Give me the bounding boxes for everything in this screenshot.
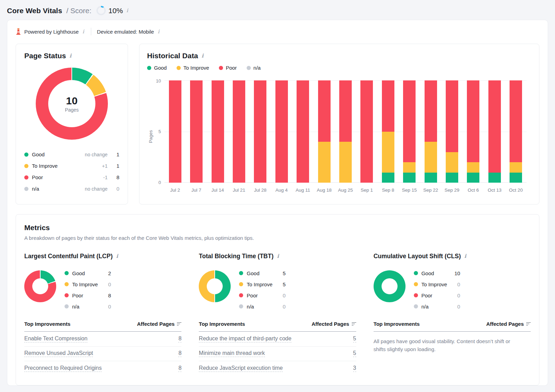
affected-pages-link[interactable]: 5 — [353, 350, 356, 357]
bar-segment-to-improve[interactable] — [339, 142, 352, 183]
bar-segment-poor[interactable] — [339, 80, 352, 142]
bar-segment-to-improve[interactable] — [446, 152, 458, 173]
bar-segment-poor[interactable] — [169, 80, 181, 183]
column-header-affected-pages[interactable]: Affected Pages — [486, 321, 531, 327]
sort-icon[interactable] — [352, 322, 356, 326]
legend-value: 5 — [277, 281, 285, 287]
legend-item-good[interactable]: Good — [147, 65, 167, 71]
bar-aug-18[interactable] — [318, 80, 331, 183]
bar-segment-poor[interactable] — [297, 80, 309, 183]
bar-sep-15[interactable] — [403, 80, 416, 183]
x-axis-label: Aug 4 — [271, 188, 292, 193]
bar-segment-poor[interactable] — [212, 80, 224, 183]
legend-item-to-improve[interactable]: To Improve — [177, 65, 209, 71]
bar-oct-6[interactable] — [467, 80, 479, 183]
bar-segment-to-improve[interactable] — [510, 162, 522, 173]
x-axis-label: Oct 20 — [505, 188, 527, 193]
bar-segment-poor[interactable] — [467, 80, 479, 162]
bar-aug-11[interactable] — [297, 80, 309, 183]
info-icon[interactable]: i — [157, 29, 160, 34]
meta-row: Powered by Lighthouse i Device emulated:… — [16, 28, 539, 35]
bar-jul-21[interactable] — [233, 80, 245, 183]
bar-segment-good[interactable] — [425, 173, 437, 183]
bar-segment-good[interactable] — [446, 173, 458, 183]
metrics-subtitle: A breakdown of pages by their status for… — [24, 235, 531, 241]
lcp-donut-chart[interactable] — [24, 270, 56, 302]
bar-segment-poor[interactable] — [360, 80, 373, 183]
bar-segment-poor[interactable] — [382, 80, 394, 132]
info-icon[interactable]: i — [201, 53, 204, 59]
sort-icon[interactable] — [526, 322, 531, 326]
bar-sep-1[interactable] — [360, 80, 373, 183]
bar-segment-to-improve[interactable] — [467, 162, 479, 173]
legend-item-poor[interactable]: Poor — [219, 65, 237, 71]
bar-jul-28[interactable] — [254, 80, 266, 183]
legend-value: 2 — [103, 270, 111, 276]
bar-oct-13[interactable] — [488, 80, 501, 183]
improvement-link[interactable]: Enable Text Compression — [24, 336, 87, 342]
info-icon[interactable]: i — [69, 53, 72, 59]
metrics-title: Metrics — [24, 224, 531, 232]
x-axis-label: Sep 22 — [420, 188, 441, 193]
bar-segment-poor[interactable] — [403, 80, 416, 162]
bar-segment-poor[interactable] — [488, 80, 501, 173]
improvement-link[interactable]: Reduce JavaScript execution time — [199, 365, 283, 372]
affected-pages-link[interactable]: 8 — [178, 336, 181, 342]
info-icon[interactable]: i — [463, 254, 467, 259]
legend-value: 0 — [108, 186, 119, 192]
bar-segment-poor[interactable] — [446, 80, 458, 152]
bar-segment-poor[interactable] — [425, 80, 437, 142]
bar-sep-22[interactable] — [425, 80, 437, 183]
legend-value: 1 — [108, 151, 119, 157]
affected-pages-link[interactable]: 3 — [353, 365, 356, 372]
bar-segment-to-improve[interactable] — [425, 142, 437, 173]
bar-segment-poor[interactable] — [190, 80, 203, 183]
bar-segment-poor[interactable] — [318, 80, 331, 142]
metrics-card: Metrics A breakdown of pages by their st… — [16, 214, 539, 385]
legend-label: Good — [154, 65, 167, 71]
bar-segment-to-improve[interactable] — [318, 142, 331, 183]
bar-segment-poor[interactable] — [233, 80, 245, 183]
affected-pages-link[interactable]: 8 — [178, 350, 181, 357]
info-icon[interactable]: i — [126, 8, 129, 13]
improvement-link[interactable]: Minimize main thread work — [199, 350, 265, 357]
column-header-affected-pages[interactable]: Affected Pages — [311, 321, 356, 327]
legend-item-na[interactable]: n/a — [247, 65, 261, 71]
powered-by-label: Powered by Lighthouse — [24, 29, 79, 35]
bar-segment-to-improve[interactable] — [403, 162, 416, 173]
column-header-affected-pages[interactable]: Affected Pages — [137, 321, 181, 327]
legend-row-good: Good no change 1 — [24, 149, 119, 160]
info-icon[interactable]: i — [276, 254, 280, 259]
improvement-link[interactable]: Preconnect to Required Origins — [24, 365, 102, 372]
legend-value: 0 — [452, 281, 460, 287]
bar-segment-good[interactable] — [488, 173, 501, 183]
bar-segment-poor[interactable] — [275, 80, 288, 183]
pages-total: 10 — [66, 95, 77, 106]
bar-segment-good[interactable] — [403, 173, 416, 183]
bar-jul-2[interactable] — [169, 80, 181, 183]
bar-aug-4[interactable] — [275, 80, 288, 183]
bar-segment-poor[interactable] — [510, 80, 522, 162]
bar-aug-25[interactable] — [339, 80, 352, 183]
table-row: Reduce JavaScript execution time 3 — [199, 361, 356, 376]
bar-segment-to-improve[interactable] — [382, 132, 394, 173]
tbt-donut-chart[interactable] — [199, 270, 231, 302]
bar-segment-good[interactable] — [382, 173, 394, 183]
bar-sep-29[interactable] — [446, 80, 458, 183]
bar-oct-20[interactable] — [510, 80, 522, 183]
cls-donut-chart[interactable] — [374, 270, 405, 302]
bar-sep-8[interactable] — [382, 80, 394, 183]
improvement-link[interactable]: Remove Unused JavaScript — [24, 350, 93, 357]
affected-pages-link[interactable]: 8 — [178, 365, 181, 372]
legend-label: To Improve — [32, 163, 71, 169]
bar-jul-14[interactable] — [212, 80, 224, 183]
info-icon[interactable]: i — [82, 29, 85, 34]
improvement-link[interactable]: Reduce the impact of third-party code — [199, 336, 291, 342]
bar-segment-good[interactable] — [510, 173, 522, 183]
affected-pages-link[interactable]: 5 — [353, 336, 356, 342]
sort-icon[interactable] — [177, 322, 181, 326]
bar-segment-good[interactable] — [467, 173, 479, 183]
bar-jul-7[interactable] — [190, 80, 203, 183]
info-icon[interactable]: i — [116, 254, 119, 259]
bar-segment-poor[interactable] — [254, 80, 266, 183]
